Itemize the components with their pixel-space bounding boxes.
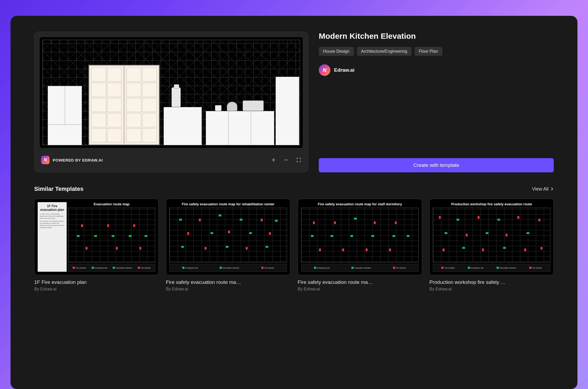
top-section: N POWERED BY EDRAW.AI Modern Kitch [34, 32, 554, 172]
legend-label: Evacuation direction [354, 267, 371, 269]
legend-label: Your location [444, 267, 455, 269]
kitchen-counter-left [164, 107, 202, 145]
template-name: Fire safety evacuation route ma… [298, 279, 422, 285]
view-all-link[interactable]: View All [532, 186, 554, 192]
edraw-logo-icon: N [41, 156, 50, 164]
zoom-in-icon[interactable] [271, 157, 276, 163]
kitchen-tall-cabinet [276, 77, 299, 145]
kitchen-microwave [243, 100, 264, 111]
thumbnail-sidebar-title: 1F Fire evacuation plan [40, 204, 65, 212]
legend-label: Emergency exit [317, 267, 330, 269]
thumbnail-floorplan [68, 208, 155, 262]
thumbnail-floorplan [169, 208, 287, 262]
template-preview-image[interactable] [40, 37, 303, 148]
author-row[interactable]: N Edraw.ai [319, 64, 554, 76]
template-author: By Edraw.ai [298, 287, 422, 291]
thumbnail-legend: Your location Emergency exit Evacuation … [433, 264, 550, 272]
preview-footer: N POWERED BY EDRAW.AI [40, 153, 303, 167]
legend-label: Fire hydrant [264, 267, 274, 269]
kitchen-kettle [227, 102, 237, 111]
kitchen-thermos [172, 87, 181, 107]
legend-label: Evacuation direction [499, 267, 516, 269]
tag-floor-plan[interactable]: Floor Plan [415, 47, 442, 56]
legend-label: Fire hydrant [141, 267, 150, 269]
template-name: Fire safety evacuation route ma… [166, 279, 290, 285]
thumbnail-legend: Emergency exit Evacuation direction Fire… [169, 264, 287, 272]
template-preview-panel: N POWERED BY EDRAW.AI [34, 32, 308, 172]
template-card[interactable]: 1F Fire evacuation plan In case of fire … [34, 199, 159, 291]
kitchen-cabinet [89, 65, 160, 145]
thumbnail-title: Production workshop fire safety evacuati… [433, 202, 550, 206]
legend-label: Fire hydrant [532, 267, 542, 269]
template-info-panel: Modern Kitchen Elevation House Design Ar… [319, 32, 554, 172]
template-card[interactable]: Production workshop fire safety evacuati… [429, 199, 554, 291]
thumbnail-legend: Emergency exit Evacuation direction Fire… [301, 264, 419, 272]
thumbnail-sidebar-text: Do not panic. Immediately dial the fire … [40, 220, 65, 228]
kitchen-fridge [48, 86, 82, 145]
thumbnail-title: Fire safety evacuation route map for reh… [169, 202, 287, 206]
thumbnail-floorplan [301, 208, 419, 262]
author-avatar-icon: N [319, 64, 330, 76]
template-thumbnail: 1F Fire evacuation plan In case of fire … [34, 199, 159, 275]
fullscreen-icon[interactable] [296, 157, 301, 163]
legend-label: Evacuation direction [223, 267, 239, 269]
template-thumbnail: Fire safety evacuation route map for sta… [298, 199, 422, 275]
template-thumbnail: Production workshop fire safety evacuati… [429, 199, 554, 275]
legend-label: Your position [76, 267, 86, 269]
preview-controls [271, 157, 301, 163]
kitchen-cup [215, 105, 222, 111]
legend-label: Evacuation direction [116, 267, 132, 269]
template-card[interactable]: Fire safety evacuation route map for sta… [298, 199, 422, 291]
similar-templates-title: Similar Templates [34, 186, 84, 192]
powered-by-badge: N POWERED BY EDRAW.AI [41, 156, 103, 164]
legend-label: Emergency exit [471, 267, 483, 269]
chevron-right-icon [550, 187, 554, 191]
similar-templates-grid: 1F Fire evacuation plan In case of fire … [34, 199, 554, 291]
thumbnail-title: Evacuation route map [68, 202, 155, 206]
thumbnail-floorplan [433, 208, 550, 262]
tag-list: House Design Architecture/Engineering Fl… [319, 47, 554, 56]
legend-label: Emergency exit [185, 267, 198, 269]
create-with-template-button[interactable]: Create with template [319, 158, 554, 172]
tag-house-design[interactable]: House Design [319, 47, 354, 56]
zoom-out-icon[interactable] [283, 157, 289, 163]
thumbnail-sidebar: 1F Fire evacuation plan In case of fire … [38, 202, 67, 272]
template-name: Production workshop fire safety … [429, 279, 554, 285]
template-name: 1F Fire evacuation plan [34, 279, 159, 285]
legend-label: Fire hydrant [396, 267, 406, 269]
thumbnail-legend: Your position Emergency exit Evacuation … [68, 264, 155, 272]
tag-architecture[interactable]: Architecture/Engineering [357, 47, 411, 56]
template-author: By Edraw.ai [166, 287, 290, 291]
thumbnail-title: Fire safety evacuation route map for sta… [301, 202, 419, 206]
template-title: Modern Kitchen Elevation [319, 32, 554, 41]
template-author: By Edraw.ai [34, 287, 159, 291]
thumbnail-sidebar-text: In case of fire or earthquake, please st… [40, 213, 65, 219]
template-card[interactable]: Fire safety evacuation route map for reh… [166, 199, 290, 291]
view-all-text: View All [532, 186, 548, 192]
template-thumbnail: Fire safety evacuation route map for reh… [166, 199, 290, 275]
legend-label: Emergency exit [95, 267, 107, 269]
kitchen-counter-right [206, 111, 274, 145]
similar-templates-header: Similar Templates View All [34, 186, 554, 192]
author-name: Edraw.ai [334, 67, 354, 73]
app-window: N POWERED BY EDRAW.AI Modern Kitch [11, 16, 577, 389]
powered-by-text: POWERED BY EDRAW.AI [53, 158, 103, 162]
template-author: By Edraw.ai [429, 287, 554, 291]
